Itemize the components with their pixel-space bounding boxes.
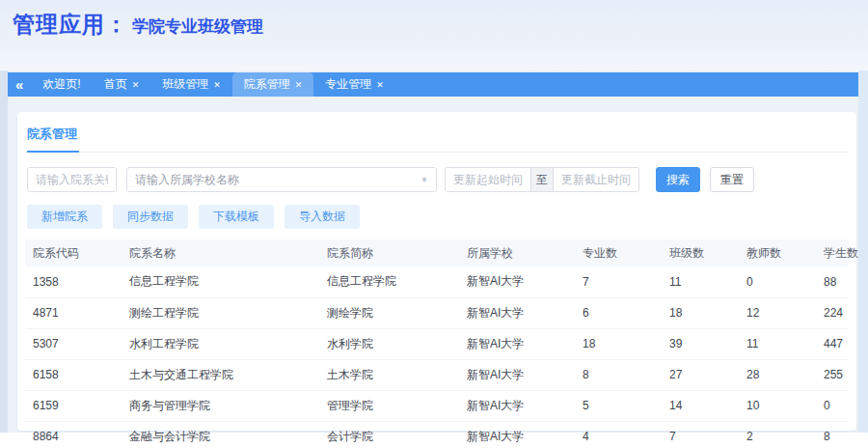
table-cell: 4 [575,421,662,448]
table-cell: 14 [662,390,739,421]
table-cell: 土木学院 [319,359,459,390]
table-cell: 5307 [25,328,122,359]
tab-label: 班级管理 [162,76,208,93]
table-cell: 5 [575,390,662,421]
search-button[interactable]: 搜索 [656,167,700,192]
column-header: 班级数 [662,239,739,266]
column-header: 专业数 [575,239,662,266]
table-cell: 8864 [25,421,122,448]
column-header: 学生数 [816,239,849,266]
tab-close-icon[interactable]: ✕ [132,80,140,90]
table-cell: 18 [575,328,662,359]
column-header: 教师数 [739,239,816,266]
tab-home[interactable]: 首页✕ [93,72,151,97]
column-header: 所属学校 [459,239,575,266]
table-cell: 新智AI大学 [459,266,575,297]
table-cell: 447 [816,328,849,359]
app-title: 管理应用： [13,12,128,37]
table-cell: 6 [575,297,662,328]
table-cell: 测绘工程学院 [122,297,319,328]
table-cell: 11 [739,328,816,359]
table-cell: 18 [662,297,739,328]
date-range-separator: 至 [530,168,554,191]
tab-class-mgmt[interactable]: 班级管理✕ [150,72,232,97]
right-gutter [858,70,868,433]
tab-label: 专业管理 [325,76,371,93]
tab-major-mgmt[interactable]: 专业管理✕ [313,72,395,97]
update-date-range: 至 [445,167,639,192]
import-data-button[interactable]: 导入数据 [285,205,360,229]
sync-data-button[interactable]: 同步数据 [113,205,188,229]
table-cell: 金融与会计学院 [122,421,319,448]
column-header: 院系代码 [25,239,122,266]
table-cell: 224 [816,297,849,328]
tab-label: 首页 [104,76,127,93]
table-cell: 10 [739,390,816,421]
school-select[interactable]: 请输入所属学校名称 ▼ [126,167,437,192]
table-row[interactable]: 6158土木与交通工程学院土木学院新智AI大学82728255 [25,359,849,390]
tab-close-icon[interactable]: ✕ [295,80,303,90]
app-header: 管理应用：学院专业班级管理 [0,0,868,70]
table-cell: 水利工程学院 [122,328,319,359]
table-cell: 1358 [25,266,122,297]
tab-dept-mgmt[interactable]: 院系管理✕ [232,72,314,97]
table-cell: 会计学院 [319,421,459,448]
table-row[interactable]: 1358信息工程学院信息工程学院新智AI大学711088 [25,266,849,297]
tab-welcome[interactable]: 欢迎页! [31,72,92,97]
table-cell: 0 [739,266,816,297]
table-cell: 27 [662,359,739,390]
download-template-button[interactable]: 下载模板 [199,205,274,229]
column-header: 院系名称 [122,239,319,266]
table-cell: 新智AI大学 [459,328,575,359]
workspace: « 欢迎页!首页✕班级管理✕院系管理✕专业管理✕ 院系管理 请输入所属学校名称 … [0,70,868,433]
tab-label: 欢迎页! [42,76,80,93]
tab-bar-tabs: 欢迎页!首页✕班级管理✕院系管理✕专业管理✕ [31,72,395,97]
panel-tab-department[interactable]: 院系管理 [27,126,79,153]
tab-close-icon[interactable]: ✕ [376,80,384,90]
department-keyword-input[interactable] [27,167,117,192]
table-cell: 新智AI大学 [459,390,575,421]
table-cell: 11 [662,266,739,297]
panel-tab-row: 院系管理 [25,112,849,153]
table-row[interactable]: 5307水利工程学院水利学院新智AI大学183911447 [25,328,849,359]
table-cell: 7 [575,266,662,297]
department-table: 院系代码院系名称院系简称所属学校专业数班级数教师数学生数 1358信息工程学院信… [25,239,849,448]
table-cell: 信息工程学院 [122,266,319,297]
table-cell: 88 [816,266,849,297]
add-department-button[interactable]: 新增院系 [27,205,102,229]
table-cell: 管理学院 [319,390,459,421]
action-row: 新增院系同步数据下载模板导入数据 [27,205,849,229]
chevron-down-icon: ▼ [420,176,428,184]
table-row[interactable]: 4871测绘工程学院测绘学院新智AI大学61812224 [25,297,849,328]
table-row[interactable]: 8864金融与会计学院会计学院新智AI大学4728 [25,421,849,448]
table-cell: 2 [739,421,816,448]
tab-bar: « 欢迎页!首页✕班级管理✕院系管理✕专业管理✕ [8,72,858,97]
table-cell: 255 [816,359,849,390]
table-cell: 7 [662,421,739,448]
table-cell: 0 [816,390,849,421]
update-end-date-input[interactable] [554,168,638,191]
table-cell: 6158 [25,359,122,390]
table-cell: 信息工程学院 [319,266,459,297]
table-cell: 商务与管理学院 [122,390,319,421]
reset-button[interactable]: 重置 [710,167,754,192]
table-cell: 新智AI大学 [459,297,575,328]
tab-label: 院系管理 [244,76,290,93]
table-header-row: 院系代码院系名称院系简称所属学校专业数班级数教师数学生数 [25,239,849,266]
left-gutter [0,70,8,433]
table-cell: 39 [662,328,739,359]
collapse-tabs-icon[interactable]: « [8,72,31,97]
update-start-date-input[interactable] [446,168,530,191]
column-header: 院系简称 [319,239,459,266]
table-body: 1358信息工程学院信息工程学院新智AI大学7110884871测绘工程学院测绘… [25,266,849,448]
table-row[interactable]: 6159商务与管理学院管理学院新智AI大学514100 [25,390,849,421]
school-select-placeholder: 请输入所属学校名称 [135,172,420,188]
table-cell: 28 [739,359,816,390]
table-cell: 土木与交通工程学院 [122,359,319,390]
department-panel: 院系管理 请输入所属学校名称 ▼ 至 搜索 重置 新增院系同步数据下载模板导入数… [17,112,856,431]
table-cell: 新智AI大学 [459,421,575,448]
table-cell: 测绘学院 [319,297,459,328]
tab-close-icon[interactable]: ✕ [213,80,221,90]
table-cell: 4871 [25,297,122,328]
search-row: 请输入所属学校名称 ▼ 至 搜索 重置 [27,167,849,192]
